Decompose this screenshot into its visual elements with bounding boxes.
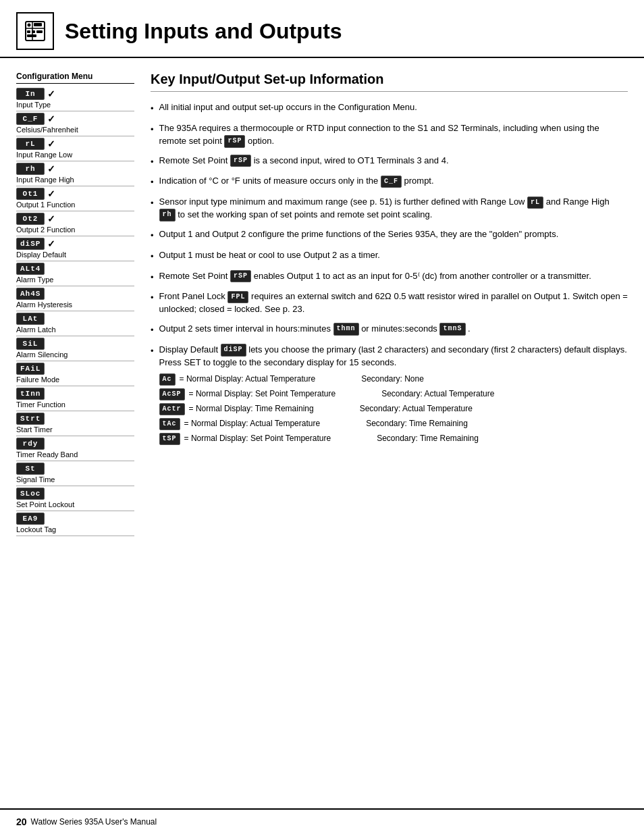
menu-item-row: FAiL bbox=[16, 363, 134, 375]
sublist-normal-text: = Normal Display: Actual Temperature bbox=[180, 373, 316, 385]
lcd-display: Ot2 bbox=[16, 213, 45, 225]
sublist-item-row: Actr= Normal Display: Time Remaining bbox=[159, 403, 314, 415]
bullet-item: •Output 2 sets timer interval in hours:m… bbox=[151, 323, 628, 337]
sidebar-item: diSP✓Display Default bbox=[16, 238, 134, 261]
menu-label: Alarm Latch bbox=[16, 325, 134, 336]
checkmark-icon: ✓ bbox=[47, 138, 55, 149]
menu-item-row: In✓ bbox=[16, 88, 134, 100]
menu-item-row: SLoc bbox=[16, 488, 134, 500]
bullet-dot: • bbox=[151, 292, 154, 316]
lcd-display: St bbox=[16, 463, 45, 475]
bullet-item: •Output 1 must be heat or cool to use Ou… bbox=[151, 249, 628, 263]
lcd-display: ALt4 bbox=[16, 263, 45, 275]
menu-label: Alarm Hysteresis bbox=[16, 300, 134, 311]
bullet-item: •Display Default diSP lets you choose th… bbox=[151, 344, 628, 448]
bullet-item: •Front Panel Lock FPL requires an extern… bbox=[151, 290, 628, 316]
sublist-secondary-text: Secondary: Actual Temperature bbox=[341, 388, 494, 400]
menu-label: Lockout Tag bbox=[16, 525, 134, 536]
checkmark-icon: ✓ bbox=[47, 213, 55, 224]
lcd-display: Strt bbox=[16, 413, 45, 425]
lcd-display: tInn bbox=[16, 388, 45, 400]
bullet-item: •Output 1 and Output 2 configure the pri… bbox=[151, 228, 628, 242]
lcd-display: In bbox=[16, 88, 45, 100]
sidebar-item: StrtStart Timer bbox=[16, 413, 134, 436]
menu-item-row: SiL bbox=[16, 338, 134, 350]
menu-label: Failure Mode bbox=[16, 375, 134, 386]
menu-label: Input Range High bbox=[16, 175, 134, 186]
inline-lcd-badge: Actr bbox=[159, 403, 185, 415]
menu-item-row: Ah4S bbox=[16, 288, 134, 300]
inline-lcd-badge: C_F bbox=[381, 176, 402, 188]
inline-lcd-badge: rSP bbox=[230, 155, 251, 167]
sublist-normal-text: = Normal Display: Actual Temperature bbox=[184, 418, 321, 429]
sublist-secondary-text: Secondary: Actual Temperature bbox=[319, 403, 473, 415]
bullet-text: Sensor input type minimum and maximum ra… bbox=[159, 196, 628, 221]
sublist-item: tAc= Normal Display: Actual TemperatureS… bbox=[159, 418, 628, 430]
lcd-display: SLoc bbox=[16, 488, 45, 500]
bullet-dot: • bbox=[151, 324, 154, 337]
sublist-item: AcSP= Normal Display: Set Point Temperat… bbox=[159, 388, 628, 400]
sublist-item: tSP= Normal Display: Set Point Temperatu… bbox=[159, 433, 628, 445]
menu-label: Signal Time bbox=[16, 475, 134, 486]
bullet-text: Remote Set Point rSP is a second input, … bbox=[159, 155, 628, 169]
bullet-dot: • bbox=[151, 197, 154, 221]
menu-label: Input Type bbox=[16, 100, 134, 111]
sidebar-item: SLocSet Point Lockout bbox=[16, 488, 134, 511]
menu-label: Start Timer bbox=[16, 425, 134, 436]
lcd-display: Ot1 bbox=[16, 188, 45, 200]
sidebar: Configuration Menu In✓Input TypeC_F✓Cels… bbox=[16, 72, 134, 538]
display-sublist: Ac= Normal Display: Actual TemperatureSe… bbox=[159, 373, 628, 445]
inline-lcd-badge: Ac bbox=[159, 373, 176, 386]
menu-label: Set Point Lockout bbox=[16, 500, 134, 511]
sublist-normal-text: = Normal Display: Time Remaining bbox=[189, 403, 314, 415]
sidebar-item: rh✓Input Range High bbox=[16, 163, 134, 186]
footer-text: Watlow Series 935A User's Manual bbox=[31, 817, 157, 827]
menu-item-row: Ot2✓ bbox=[16, 213, 134, 225]
inline-lcd-badge: tSP bbox=[159, 433, 180, 445]
bullet-dot: • bbox=[151, 103, 154, 115]
inline-lcd-badge: rL bbox=[527, 197, 543, 209]
sidebar-item: ALt4Alarm Type bbox=[16, 263, 134, 286]
bullet-dot: • bbox=[151, 251, 154, 263]
section-title: Key Input/Output Set-up Information bbox=[151, 72, 628, 92]
bullet-text: The 935A requires a thermocouple or RTD … bbox=[159, 122, 628, 148]
inline-lcd-badge: rh bbox=[159, 209, 176, 221]
bullet-text: Output 1 and Output 2 configure the prim… bbox=[159, 228, 628, 242]
sidebar-item: SiLAlarm Silencing bbox=[16, 338, 134, 361]
menu-item-row: St bbox=[16, 463, 134, 475]
lcd-display: LAt bbox=[16, 313, 45, 325]
lcd-display: rL bbox=[16, 138, 45, 150]
svg-rect-4 bbox=[34, 23, 42, 26]
sublist-normal-text: = Normal Display: Set Point Temperature bbox=[184, 433, 331, 444]
menu-label: Celsius/Fahrenheit bbox=[16, 125, 134, 136]
lcd-display: rh bbox=[16, 163, 45, 175]
sidebar-item: Ah4SAlarm Hysteresis bbox=[16, 288, 134, 311]
sidebar-item: Ot1✓Output 1 Function bbox=[16, 188, 134, 211]
page-footer: 20 Watlow Series 935A User's Manual bbox=[0, 808, 644, 834]
page-title: Setting Inputs and Outputs bbox=[65, 19, 342, 44]
bullet-text: All initial input and output set-up occu… bbox=[159, 101, 628, 115]
sublist-secondary-text: Secondary: Time Remaining bbox=[325, 418, 468, 430]
inline-lcd-badge: AcSP bbox=[159, 388, 185, 400]
menu-label: Input Range Low bbox=[16, 150, 134, 161]
sublist-item-row: tSP= Normal Display: Set Point Temperatu… bbox=[159, 433, 331, 445]
svg-point-3 bbox=[28, 24, 31, 27]
bullet-dot: • bbox=[151, 345, 154, 448]
bullet-text: Display Default diSP lets you choose the… bbox=[159, 344, 628, 448]
lcd-display: SiL bbox=[16, 338, 45, 350]
inline-lcd-badge: tmnS bbox=[439, 323, 465, 336]
svg-rect-8 bbox=[27, 34, 36, 37]
bullet-dot: • bbox=[151, 124, 154, 148]
bullet-item: •Indication of °C or °F units of measure… bbox=[151, 175, 628, 189]
inline-lcd-badge: rSP bbox=[230, 270, 251, 283]
sidebar-item: FAiLFailure Mode bbox=[16, 363, 134, 386]
inline-lcd-badge: diSP bbox=[221, 344, 246, 357]
bullet-item: •Remote Set Point rSP enables Output 1 t… bbox=[151, 270, 628, 284]
bullet-list: •All initial input and output set-up occ… bbox=[151, 101, 628, 448]
menu-item-row: LAt bbox=[16, 313, 134, 325]
sidebar-items-container: In✓Input TypeC_F✓Celsius/FahrenheitrL✓In… bbox=[16, 88, 134, 536]
bullet-dot: • bbox=[151, 271, 154, 284]
page-number: 20 bbox=[16, 816, 27, 827]
lcd-display: EA9 bbox=[16, 513, 45, 525]
sublist-normal-text: = Normal Display: Set Point Temperature bbox=[189, 388, 336, 400]
